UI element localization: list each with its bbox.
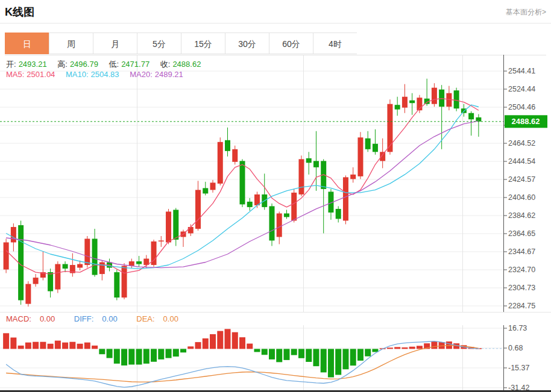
y-tick-label: -15.37 (508, 364, 529, 372)
diff-value: DIFF:0.00 (74, 314, 126, 323)
y-tick-label: 2464.52 (508, 139, 535, 148)
tab-日[interactable]: 日 (5, 33, 49, 54)
y-tick-label: 2544.41 (508, 67, 535, 75)
open-value: 2493.21 (19, 60, 47, 69)
y-axis: 16.730.68-15.37-31.42 (503, 325, 529, 390)
dea-value: DEA:0.00 (136, 314, 187, 323)
gridlines (0, 325, 503, 390)
y-tick-label: -31.42 (508, 384, 529, 390)
tab-周[interactable]: 周 (49, 33, 93, 54)
tab-15分[interactable]: 15分 (181, 33, 225, 54)
tab-30分[interactable]: 30分 (225, 33, 269, 54)
ma5-label: MA5: (6, 70, 24, 79)
y-tick-label: 2504.46 (508, 103, 535, 111)
macd-value: MACD:0.00 (6, 314, 63, 323)
y-tick-label: 2344.67 (508, 247, 535, 256)
ma-legend: MA5:2501.04 MA10:2504.83 MA20:2489.21 (6, 70, 186, 79)
fundamental-analysis-link[interactable]: 基本面分析> (506, 7, 546, 17)
y-tick-label: 2404.60 (508, 193, 535, 202)
ma20-value: 2489.21 (155, 70, 183, 79)
open-label: 开: (6, 60, 16, 69)
close-value: 2488.62 (172, 60, 201, 69)
candlestick-chart[interactable]: 2544.412524.442504.462484.492464.522444.… (0, 55, 551, 312)
y-tick-label: 2284.75 (508, 302, 535, 310)
y-tick-label: 2524.44 (508, 85, 535, 93)
y-tick-label: 2324.70 (508, 266, 535, 274)
tab-4时[interactable]: 4时 (313, 33, 357, 54)
macd-legend: MACD:0.00 DIFF:0.00 DEA:0.00 (0, 312, 551, 325)
page-title: K线图 (5, 5, 34, 19)
y-tick-label: 2444.54 (508, 157, 535, 166)
kline-widget: K线图 基本面分析> 日周月5分15分30分60分4时 2544.412524.… (0, 0, 551, 392)
y-tick-label: 0.68 (508, 344, 523, 352)
ma10-label: MA10: (66, 70, 89, 79)
low-value: 2471.77 (121, 60, 150, 69)
low-label: 低: (109, 60, 119, 69)
high-label: 高: (57, 60, 68, 69)
tab-5分[interactable]: 5分 (137, 33, 181, 54)
chart-area: 2544.412524.442504.462484.492464.522444.… (0, 55, 551, 392)
tab-60分[interactable]: 60分 (269, 33, 313, 54)
ma10-value: 2504.83 (91, 70, 119, 79)
ma20-label: MA20: (130, 70, 153, 79)
y-tick-label: 2424.57 (508, 175, 535, 184)
candles (4, 79, 482, 306)
ma5-value: 2501.04 (27, 70, 55, 79)
y-axis: 2544.412524.442504.462484.492464.522444.… (503, 55, 535, 312)
current-price-line: 2488.62 (0, 115, 547, 128)
period-tabs: 日周月5分15分30分60分4时 (5, 33, 546, 55)
macd-chart[interactable]: 16.730.68-15.37-31.42 (0, 325, 551, 390)
header-divider (0, 23, 551, 23)
y-tick-label: 16.73 (508, 325, 527, 332)
tab-月[interactable]: 月 (93, 33, 137, 54)
tab-filler (357, 33, 546, 55)
y-tick-label: 2304.73 (508, 284, 535, 292)
macd-histogram (3, 329, 482, 377)
ohlc-legend: 开:2493.21 高:2496.79 低:2471.77 收:2488.62 (6, 59, 203, 70)
close-label: 收: (160, 60, 171, 69)
gridlines (0, 55, 503, 312)
price-badge: 2488.62 (512, 117, 540, 126)
y-tick-label: 2364.65 (508, 229, 535, 238)
y-tick-label: 2384.62 (508, 211, 535, 220)
high-value: 2496.79 (70, 60, 98, 69)
